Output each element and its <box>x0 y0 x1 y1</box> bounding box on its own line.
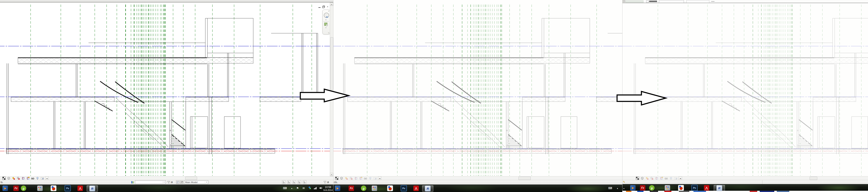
annotation-arrows <box>0 0 868 192</box>
arrow-1 <box>300 89 349 102</box>
composite-screenshot: × ⊗ 2D ▾ ▾ ⊖ ▴ ▾ ◂ ts. ▾ :0 Main Mod <box>0 0 868 192</box>
arrow-2 <box>617 91 666 105</box>
